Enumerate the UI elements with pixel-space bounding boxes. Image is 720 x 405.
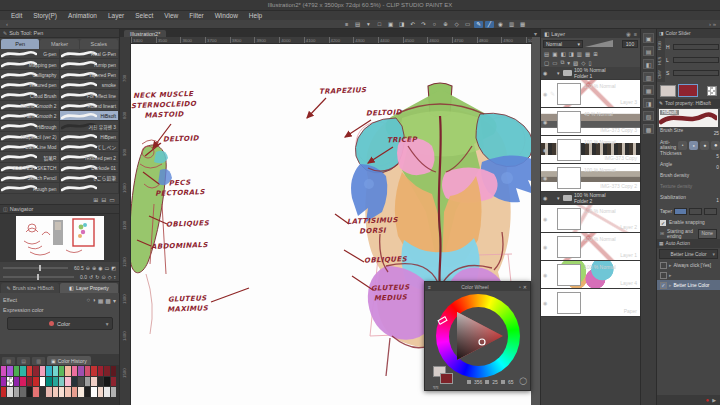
color-mode-tab[interactable]: HLS — [657, 53, 665, 68]
history-button[interactable]: ▤ — [17, 357, 30, 365]
tool-slider-row[interactable]: Stabilization 1 — [657, 195, 720, 206]
color-swatch[interactable] — [72, 377, 77, 387]
color-swatch[interactable] — [7, 366, 12, 376]
effect-icon[interactable]: ▦ — [98, 297, 104, 304]
color-swatch[interactable] — [104, 377, 109, 387]
taper-chip[interactable] — [704, 208, 717, 215]
brush-item[interactable]: HiBpen — [60, 132, 120, 142]
action-item[interactable]: ✓ ▸ Better Line Color — [657, 280, 720, 290]
color-swatch[interactable] — [7, 387, 12, 397]
close-icon[interactable]: ✕ — [523, 284, 527, 290]
expand-arrow-icon[interactable]: ▸ — [669, 263, 671, 268]
menu-item[interactable]: Select — [130, 12, 158, 19]
color-swatch[interactable] — [59, 377, 64, 387]
brush-item[interactable]: Cloud Brush — [0, 90, 60, 100]
subtool-tab[interactable]: Pen — [1, 39, 39, 49]
color-swatch[interactable] — [65, 387, 70, 397]
brush-item[interactable] — [60, 183, 120, 193]
rotate-icon[interactable]: ⊙ — [101, 274, 105, 280]
layer-thumbnail[interactable] — [557, 208, 581, 230]
zoom-icon[interactable]: ⊕ — [92, 265, 96, 271]
taper-chip[interactable] — [689, 208, 702, 215]
visibility-eye-icon[interactable]: ◉ — [543, 147, 550, 153]
history-button[interactable]: ▥ — [32, 357, 45, 365]
layer-row[interactable]: ◉ ✎ ▾ 40 % Normal IMG-373 Copy 3 — [541, 108, 640, 136]
color-swatch[interactable] — [91, 387, 96, 397]
subtool-tab[interactable]: Scales — [80, 39, 118, 49]
zoom-icon[interactable]: ⊖ — [86, 265, 90, 271]
layer-tool-icon[interactable]: ▥ — [577, 51, 582, 57]
layer-tool-icon[interactable]: ▤ — [544, 51, 549, 57]
layer-tool-icon[interactable]: ⧉ — [560, 59, 564, 66]
effect-icon[interactable]: ◑ — [92, 297, 96, 304]
brush-item[interactable]: Mapping pen — [0, 59, 60, 69]
brush-item[interactable]: Textured pen 2 — [60, 152, 120, 162]
toolbar-icon[interactable]: ◇ — [452, 21, 461, 28]
color-swatch[interactable] — [85, 366, 90, 376]
visibility-eye-icon[interactable]: ◉ — [543, 175, 550, 181]
color-swatch[interactable] — [1, 366, 6, 376]
layer-name[interactable]: IMG-373 Copy 2 — [584, 183, 640, 189]
brush-item[interactable]: Round Smooth 2 — [0, 101, 60, 111]
toolbar-icon[interactable]: ◉ — [496, 21, 505, 28]
layer-tool-icon[interactable]: ▢ — [544, 60, 549, 66]
color-mode-tab[interactable]: RGB — [657, 38, 665, 53]
tool-slider-row[interactable]: Brush density — [657, 173, 720, 184]
layer-tool-icon[interactable]: ◇ — [581, 60, 585, 66]
rotate-icon[interactable]: ↕ — [114, 274, 117, 280]
brush-item[interactable]: てごら鉛筆 — [60, 173, 120, 183]
color-swatch[interactable] — [33, 366, 38, 376]
color-swatch[interactable] — [33, 387, 38, 397]
effect-icon[interactable]: ○ — [86, 297, 90, 304]
rotate-icon[interactable]: ◇ — [108, 274, 112, 280]
menu-item[interactable]: Help — [244, 12, 267, 19]
sub-color-swatch[interactable] — [678, 84, 698, 97]
layer-tab[interactable]: Layer — [551, 31, 565, 37]
aa-strong-button[interactable]: ● — [711, 141, 720, 150]
visibility-eye-icon[interactable]: ◉ — [543, 91, 550, 97]
main-color-swatch[interactable] — [660, 85, 676, 97]
menu-item[interactable]: Window — [210, 12, 243, 19]
starting-ending-button[interactable]: None — [698, 229, 717, 239]
visibility-eye-icon[interactable]: ◉ — [543, 300, 550, 306]
transparent-swatch[interactable] — [707, 86, 717, 96]
collapse-arrow-icon[interactable]: ‹ — [6, 21, 8, 27]
dock-icon[interactable]: ◨ — [643, 98, 654, 108]
toolbar-icon[interactable]: ▦ — [518, 21, 527, 28]
brush-item[interactable]: 铅笔R — [0, 152, 60, 162]
color-swatch[interactable] — [85, 377, 90, 387]
color-swatch[interactable] — [20, 377, 25, 387]
color-swatch[interactable] — [104, 387, 109, 397]
header-icon[interactable]: ≡ — [634, 31, 637, 37]
transparent-color-icon[interactable]: ≈≈ — [433, 385, 447, 390]
toolbar-icon[interactable]: ⊕ — [441, 21, 450, 28]
color-swatch[interactable] — [65, 366, 70, 376]
tool-slider-row[interactable]: Texture density — [657, 184, 720, 195]
color-swatch[interactable] — [53, 387, 58, 397]
color-swatch[interactable] — [14, 377, 19, 387]
zoom-slider[interactable] — [3, 267, 68, 269]
rotate-icon[interactable]: ↺ — [89, 274, 93, 280]
layer-name[interactable]: Layer 2 — [584, 224, 640, 230]
color-swatch[interactable] — [46, 377, 51, 387]
color-swatch[interactable] — [91, 366, 96, 376]
history-button[interactable]: ▨ — [2, 357, 15, 365]
layer-tool-icon[interactable]: ◨ — [569, 51, 574, 57]
dock-icon[interactable]: ▣ — [643, 33, 654, 43]
layer-name[interactable]: Layer 1 — [584, 252, 640, 258]
color-slider-tab[interactable]: Color Slider — [666, 31, 691, 36]
sub-color-swatch[interactable] — [440, 373, 453, 384]
toolbar-icon[interactable]: ≡ — [342, 21, 351, 28]
toolbar-icon[interactable]: ▭ — [463, 21, 472, 28]
sv-triangle[interactable] — [449, 307, 507, 365]
checkbox-checked-icon[interactable]: ✓ — [660, 220, 666, 226]
expression-color-dropdown[interactable]: Color ▾ — [7, 317, 113, 330]
color-swatch[interactable] — [27, 387, 32, 397]
action-checkbox[interactable] — [660, 272, 667, 279]
layer-row[interactable]: ◉ ✎ ▾ 100 % Normal Layer 1 — [541, 233, 640, 261]
visibility-eye-icon[interactable]: ◉ — [543, 70, 550, 76]
layer-name[interactable]: IMG-373 Copy 3 — [584, 127, 640, 133]
color-swatch[interactable] — [40, 366, 45, 376]
menu-item[interactable]: Animation — [63, 12, 102, 19]
taper-chip-active[interactable] — [674, 208, 687, 215]
